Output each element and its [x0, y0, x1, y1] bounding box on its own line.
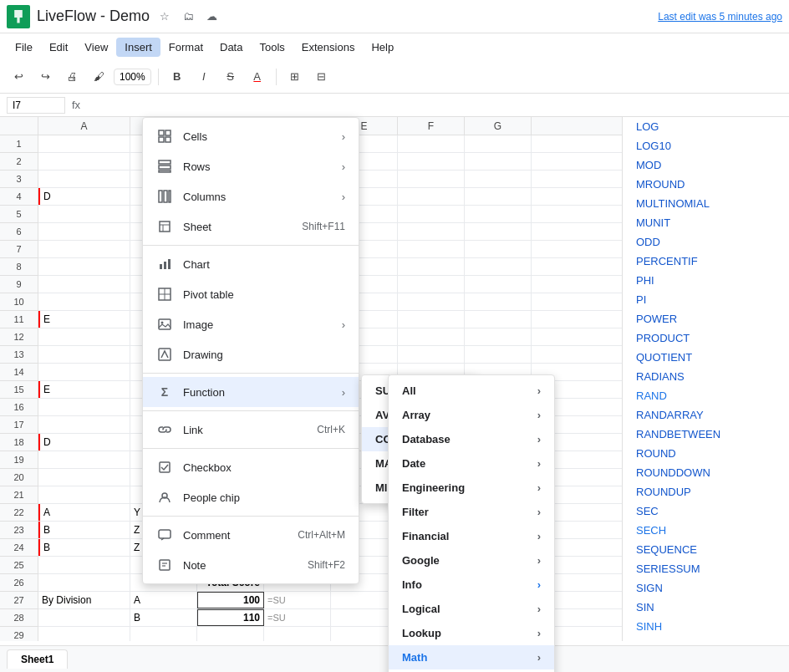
cell-a10[interactable] — [38, 293, 130, 310]
bold-btn[interactable]: B — [165, 65, 189, 89]
cell-b29[interactable] — [130, 627, 197, 641]
fn-multinomial[interactable]: MULTINOMIAL — [623, 194, 789, 213]
border-btn[interactable]: ⊞ — [283, 65, 307, 89]
cell-a29[interactable] — [38, 627, 130, 641]
menu-insert[interactable]: Insert — [116, 38, 160, 57]
cat-engineering[interactable]: Engineering › — [389, 476, 554, 500]
cell-g9[interactable] — [465, 276, 532, 293]
cell-a22[interactable]: A — [38, 504, 130, 521]
cat-lookup[interactable]: Lookup › — [389, 621, 554, 645]
cell-a8[interactable] — [38, 258, 130, 275]
zoom-box[interactable]: 100% — [114, 69, 151, 85]
font-color-btn[interactable]: A — [246, 65, 269, 89]
insert-comment[interactable]: Comment Ctrl+Alt+M — [143, 520, 359, 550]
insert-sheet[interactable]: Sheet Shift+F11 — [143, 211, 359, 242]
cell-g13[interactable] — [465, 346, 532, 363]
cell-f1[interactable] — [398, 135, 465, 152]
cell-a18[interactable]: D — [38, 434, 130, 451]
cat-array[interactable]: Array › — [389, 403, 554, 427]
paint-btn[interactable]: 🖌 — [87, 65, 110, 89]
insert-note[interactable]: Note Shift+F2 — [143, 550, 359, 580]
cell-a12[interactable] — [38, 328, 130, 345]
cat-date[interactable]: Date › — [389, 451, 554, 476]
cell-a27[interactable]: By Division — [38, 592, 130, 608]
fn-seriessum[interactable]: SERIESSUM — [623, 559, 789, 578]
fn-rand[interactable]: RAND — [623, 386, 789, 405]
fn-mround[interactable]: MROUND — [623, 175, 789, 194]
fn-log[interactable]: LOG — [623, 117, 789, 136]
cell-g7[interactable] — [465, 241, 532, 257]
cat-google[interactable]: Google › — [389, 548, 554, 573]
cell-a19[interactable] — [38, 451, 130, 468]
cell-a11[interactable]: E — [38, 311, 130, 328]
cell-c29[interactable] — [197, 627, 264, 641]
cell-g2[interactable] — [465, 153, 532, 170]
cell-a1[interactable] — [38, 135, 130, 152]
cell-f9[interactable] — [398, 276, 465, 293]
cell-g4[interactable] — [465, 188, 532, 205]
menu-view[interactable]: View — [76, 38, 116, 57]
fn-sign[interactable]: SIGN — [623, 578, 789, 598]
cell-a4[interactable]: D — [38, 188, 130, 205]
cell-a7[interactable] — [38, 241, 130, 257]
insert-people-chip[interactable]: People chip — [143, 482, 359, 512]
insert-link[interactable]: Link Ctrl+K — [143, 415, 359, 445]
cell-g3[interactable] — [465, 171, 532, 187]
cell-c28[interactable]: 110 — [197, 609, 264, 626]
cell-a24[interactable]: B — [38, 539, 130, 556]
cell-f3[interactable] — [398, 171, 465, 187]
insert-checkbox[interactable]: Checkbox — [143, 452, 359, 482]
undo-btn[interactable]: ↩ — [7, 65, 30, 89]
fn-randarray[interactable]: RANDARRAY — [623, 405, 789, 425]
insert-chart[interactable]: Chart — [143, 249, 359, 279]
cell-f13[interactable] — [398, 346, 465, 363]
fn-sech[interactable]: SECH — [623, 521, 789, 540]
cell-a3[interactable] — [38, 171, 130, 187]
cell-a13[interactable] — [38, 346, 130, 363]
cell-g10[interactable] — [465, 293, 532, 310]
fn-power[interactable]: POWER — [623, 309, 789, 328]
cell-a9[interactable] — [38, 276, 130, 293]
cell-g11[interactable] — [465, 311, 532, 328]
insert-columns[interactable]: Columns › — [143, 181, 359, 211]
cell-a14[interactable] — [38, 364, 130, 380]
cell-a17[interactable] — [38, 416, 130, 433]
cell-a28[interactable] — [38, 609, 130, 626]
cat-logical[interactable]: Logical › — [389, 597, 554, 621]
cell-a5[interactable] — [38, 206, 130, 222]
fn-pi[interactable]: PI — [623, 290, 789, 309]
insert-function[interactable]: Σ Function › — [143, 377, 359, 407]
cell-g1[interactable] — [465, 135, 532, 152]
cell-b28[interactable]: B — [130, 609, 197, 626]
menu-format[interactable]: Format — [160, 38, 211, 57]
cell-g12[interactable] — [465, 328, 532, 345]
menu-data[interactable]: Data — [211, 38, 251, 57]
cell-a21[interactable] — [38, 486, 130, 503]
last-edit[interactable]: Last edit was 5 minutes ago — [658, 11, 782, 23]
cell-d29[interactable] — [264, 627, 331, 641]
cell-a16[interactable] — [38, 399, 130, 415]
cell-a23[interactable]: B — [38, 522, 130, 538]
insert-image[interactable]: Image › — [143, 309, 359, 339]
cat-all[interactable]: All › — [389, 379, 554, 403]
cell-f10[interactable] — [398, 293, 465, 310]
insert-drawing[interactable]: Drawing — [143, 339, 359, 369]
fn-sec[interactable]: SEC — [623, 501, 789, 521]
fn-sin[interactable]: SIN — [623, 598, 789, 617]
insert-pivot[interactable]: Pivot table — [143, 279, 359, 309]
cell-a26[interactable] — [38, 574, 130, 591]
cell-f7[interactable] — [398, 241, 465, 257]
cell-g6[interactable] — [465, 223, 532, 240]
fn-product[interactable]: PRODUCT — [623, 328, 789, 348]
cell-d28[interactable]: =SU — [264, 609, 331, 626]
fn-round[interactable]: ROUND — [623, 444, 789, 463]
fn-sinh[interactable]: SINH — [623, 617, 789, 636]
fn-quotient[interactable]: QUOTIENT — [623, 348, 789, 367]
cell-f6[interactable] — [398, 223, 465, 240]
insert-cells[interactable]: Cells › — [143, 121, 359, 151]
fn-log10[interactable]: LOG10 — [623, 136, 789, 155]
cell-a25[interactable] — [38, 557, 130, 573]
menu-extensions[interactable]: Extensions — [293, 38, 364, 57]
fn-roundup[interactable]: ROUNDUP — [623, 482, 789, 501]
fn-rounddown[interactable]: ROUNDDOWN — [623, 463, 789, 482]
